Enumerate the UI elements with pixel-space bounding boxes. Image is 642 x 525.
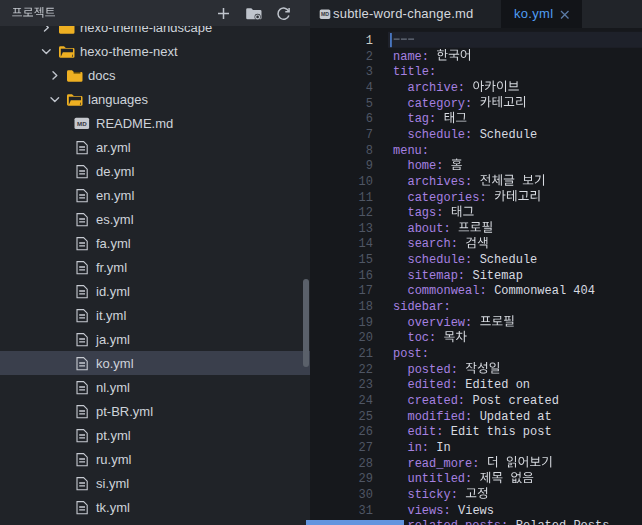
svg-text:title:: title: (393, 65, 436, 79)
svg-text:Updated at: Updated at (480, 410, 552, 424)
svg-text:ko.yml: ko.yml (96, 356, 134, 371)
svg-text:In: In (436, 441, 450, 455)
svg-text:archive:: archive: (407, 81, 465, 95)
svg-text:read_more:: read_more: (407, 457, 479, 471)
svg-text:posted:: posted: (407, 363, 457, 377)
svg-text:docs: docs (88, 68, 116, 83)
svg-text:Edited on: Edited on (465, 378, 530, 392)
svg-text:commonweal:: commonweal: (407, 284, 486, 298)
svg-text:in:: in: (407, 441, 429, 455)
svg-text:3: 3 (366, 65, 373, 79)
svg-text:14: 14 (359, 237, 373, 251)
svg-text:27: 27 (359, 441, 373, 455)
svg-text:tag:: tag: (407, 112, 436, 126)
svg-text:MD: MD (77, 120, 87, 127)
svg-text:9: 9 (366, 159, 373, 173)
svg-text:ru.yml: ru.yml (96, 452, 132, 467)
svg-text:es.yml: es.yml (96, 212, 134, 227)
svg-text:edited:: edited: (407, 378, 457, 392)
svg-text:Commonweal 404: Commonweal 404 (494, 284, 595, 298)
svg-text:categories:: categories: (407, 191, 486, 205)
svg-text:Related Posts: Related Posts (516, 519, 610, 525)
svg-text:languages: languages (88, 92, 148, 107)
svg-text:Schedule: Schedule (480, 253, 538, 267)
svg-text:related_posts:: related_posts: (407, 519, 508, 525)
svg-text:16: 16 (359, 269, 373, 283)
svg-text:tk.yml: tk.yml (96, 500, 130, 515)
svg-text:18: 18 (359, 300, 373, 314)
svg-text:30: 30 (359, 488, 373, 502)
svg-text:search:: search: (407, 237, 457, 251)
svg-text:ar.yml: ar.yml (96, 140, 131, 155)
svg-text:fr.yml: fr.yml (96, 260, 127, 275)
svg-text:ja.yml: ja.yml (95, 332, 130, 347)
svg-text:pt-BR.yml: pt-BR.yml (96, 404, 153, 419)
svg-text:name:: name: (393, 50, 429, 64)
svg-text:views:: views: (407, 504, 450, 518)
svg-text:sticky:: sticky: (407, 488, 457, 502)
svg-text:26: 26 (359, 425, 373, 439)
svg-text:it.yml: it.yml (96, 308, 126, 323)
svg-text:5: 5 (366, 97, 373, 111)
svg-text:17: 17 (359, 284, 373, 298)
svg-text:nl.yml: nl.yml (96, 380, 130, 395)
svg-text:home:: home: (407, 159, 443, 173)
svg-text:10: 10 (359, 175, 373, 189)
svg-text:untitled:: untitled: (407, 472, 472, 486)
svg-text:MD: MD (321, 11, 329, 17)
svg-text:20: 20 (359, 331, 373, 345)
svg-text:sitemap:: sitemap: (407, 269, 465, 283)
svg-text:README.md: README.md (96, 116, 173, 131)
svg-text:25: 25 (359, 410, 373, 424)
svg-text:13: 13 (359, 222, 373, 236)
svg-text:15: 15 (359, 253, 373, 267)
svg-text:19: 19 (359, 316, 373, 330)
svg-text:edit:: edit: (407, 425, 443, 439)
svg-text:menu:: menu: (393, 144, 429, 158)
svg-text:fa.yml: fa.yml (96, 236, 131, 251)
svg-text:de.yml: de.yml (96, 164, 134, 179)
svg-text:Post created: Post created (472, 394, 558, 408)
svg-text:Edit this post: Edit this post (451, 425, 552, 439)
svg-text:8: 8 (366, 144, 373, 158)
svg-text:7: 7 (366, 128, 373, 142)
svg-text:11: 11 (359, 191, 373, 205)
svg-text:pt.yml: pt.yml (96, 428, 131, 443)
svg-text:schedule:: schedule: (407, 253, 472, 267)
svg-text:31: 31 (359, 504, 373, 518)
svg-text:24: 24 (359, 394, 373, 408)
svg-text:about:: about: (407, 222, 450, 236)
svg-text:Views: Views (458, 504, 494, 518)
svg-text:overview:: overview: (407, 316, 472, 330)
svg-text:22: 22 (359, 363, 373, 377)
svg-text:id.yml: id.yml (96, 284, 130, 299)
svg-text:29: 29 (359, 472, 373, 486)
svg-text:sidebar:: sidebar: (393, 300, 451, 314)
svg-text:12: 12 (359, 206, 373, 220)
svg-text:schedule:: schedule: (407, 128, 472, 142)
svg-text:2: 2 (366, 50, 373, 64)
svg-text:6: 6 (366, 112, 373, 126)
svg-text:28: 28 (359, 457, 373, 471)
svg-text:21: 21 (359, 347, 373, 361)
svg-text:tags:: tags: (407, 206, 443, 220)
svg-text:Sitemap: Sitemap (472, 269, 522, 283)
svg-text:archives:: archives: (407, 175, 472, 189)
svg-text:4: 4 (366, 81, 373, 95)
svg-text:1: 1 (366, 34, 373, 48)
svg-text:modified:: modified: (407, 410, 472, 424)
svg-text:si.yml: si.yml (96, 476, 129, 491)
svg-text:23: 23 (359, 378, 373, 392)
svg-text:en.yml: en.yml (96, 188, 134, 203)
svg-text:category:: category: (407, 97, 472, 111)
svg-text:Schedule: Schedule (480, 128, 538, 142)
svg-text:hexo-theme-next: hexo-theme-next (80, 44, 178, 59)
svg-text:toc:: toc: (407, 331, 436, 345)
svg-text:post:: post: (393, 347, 429, 361)
svg-text:created:: created: (407, 394, 465, 408)
